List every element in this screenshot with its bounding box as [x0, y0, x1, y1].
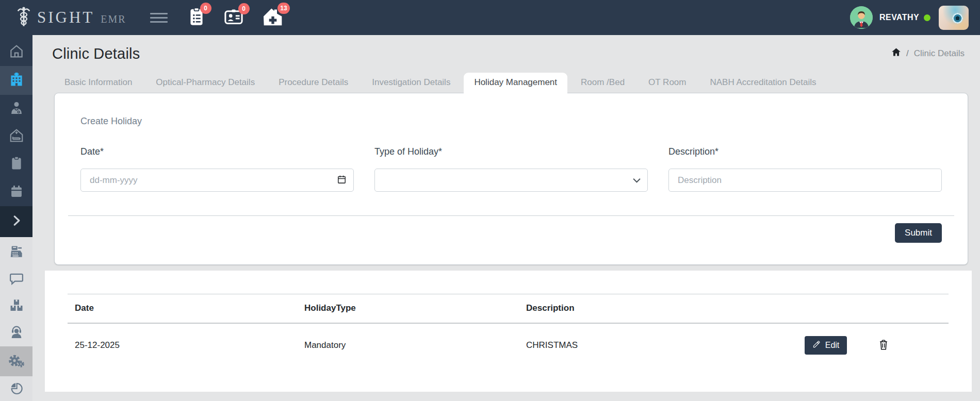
date-label: Date* [80, 146, 354, 157]
tab-ot-room[interactable]: OT Room [638, 73, 696, 93]
gears-icon [8, 352, 25, 371]
tasks-badge: 0 [200, 3, 211, 14]
holiday-date-cell: 25-12-2025 [68, 340, 297, 350]
hamburger-menu-icon[interactable] [150, 10, 168, 25]
tab-basic-information[interactable]: Basic Information [54, 73, 142, 93]
profile-photo[interactable] [939, 6, 969, 30]
date-input[interactable] [80, 169, 354, 192]
section-title: Create Holiday [68, 116, 954, 127]
clipboard-list-icon [188, 19, 205, 27]
tab-bar: Basic Information Optical-Pharmacy Detai… [54, 73, 968, 93]
table-header-row: Date HolidayType Description [68, 294, 949, 324]
sidebar-item-settings[interactable] [0, 346, 32, 376]
pencil-icon [812, 340, 821, 350]
sidebar-item-reports[interactable] [0, 376, 32, 401]
trash-icon [878, 345, 889, 353]
breadcrumb-home-icon[interactable] [891, 47, 901, 59]
delete-button[interactable] [878, 339, 889, 353]
holiday-table-panel: Date HolidayType Description 25-12-2025 … [45, 271, 972, 392]
edit-button[interactable]: Edit [805, 336, 847, 355]
id-card-icon [224, 18, 243, 27]
sidebar-item-inventory[interactable] [0, 293, 32, 320]
column-header-date: Date [68, 303, 297, 313]
hospital-notification-button[interactable]: 13 [263, 7, 283, 28]
doctor-icon [9, 100, 24, 118]
online-status-dot [924, 14, 930, 21]
holiday-type-field-group: Type of Holiday* [374, 146, 648, 192]
clipboard-icon [9, 156, 24, 173]
user-avatar[interactable] [850, 6, 873, 29]
create-holiday-card: Create Holiday Date* Type of Holiday [54, 93, 968, 265]
sidebar-item-messages[interactable] [0, 266, 32, 293]
brand-suffix: EMR [101, 13, 126, 25]
sidebar-item-calendar[interactable] [0, 178, 32, 206]
edit-button-label: Edit [825, 341, 840, 350]
chevron-right-icon [10, 214, 23, 229]
hospital-bed-icon [9, 128, 24, 145]
sidebar-item-home[interactable] [0, 38, 32, 66]
tab-nabh-accreditation-details[interactable]: NABH Accreditation Details [699, 73, 826, 93]
description-input[interactable] [668, 169, 942, 192]
pie-chart-icon [9, 381, 24, 398]
form-divider [68, 215, 954, 216]
home-icon [9, 43, 24, 61]
tab-investigation-details[interactable]: Investigation Details [362, 73, 461, 93]
support-agent-icon [9, 324, 24, 342]
column-header-description: Description [519, 303, 797, 313]
tasks-notification-button[interactable]: 0 [188, 7, 205, 28]
date-field-group: Date* [80, 146, 354, 192]
tab-optical-pharmacy-details[interactable]: Optical-Pharmacy Details [145, 73, 265, 93]
tab-holiday-management[interactable]: Holiday Management [464, 73, 567, 94]
hospital-building-icon [9, 72, 24, 89]
patient-card-badge: 0 [238, 3, 250, 14]
user-name: REVATHY [879, 13, 919, 22]
description-field-group: Description* [668, 146, 942, 192]
sidebar [0, 35, 32, 401]
breadcrumb-current: Clinic Details [914, 48, 965, 59]
table-row: 25-12-2025 Mandatory CHRISTMAS Edit [68, 324, 949, 368]
tab-procedure-details[interactable]: Procedure Details [268, 73, 358, 93]
app-logo[interactable]: SIGHT EMR [15, 6, 126, 29]
top-header: SIGHT EMR 0 [0, 0, 980, 35]
sidebar-item-doctor[interactable] [0, 95, 32, 123]
caduceus-icon [15, 6, 32, 29]
hospital-badge: 13 [277, 3, 289, 14]
breadcrumb: / Clinic Details [891, 47, 965, 59]
column-header-holiday-type: HolidayType [297, 303, 519, 313]
sidebar-item-clipboard[interactable] [0, 151, 32, 178]
description-label: Description* [668, 146, 942, 157]
patient-card-notification-button[interactable]: 0 [224, 8, 243, 27]
holiday-type-select[interactable] [374, 169, 648, 192]
holiday-type-label: Type of Holiday* [374, 146, 648, 157]
page-title: Clinic Details [52, 45, 140, 62]
sidebar-expand-button[interactable] [0, 206, 32, 237]
sidebar-item-support[interactable] [0, 320, 32, 346]
holiday-type-cell: Mandatory [297, 340, 519, 350]
packages-icon [9, 297, 24, 315]
brand-name: SIGHT [37, 8, 94, 27]
sidebar-item-ward[interactable] [0, 123, 32, 151]
sidebar-item-billing[interactable] [0, 239, 32, 266]
calendar-icon [9, 184, 24, 201]
breadcrumb-separator: / [906, 48, 909, 59]
tab-room-bed[interactable]: Room /Bed [570, 73, 635, 93]
submit-button[interactable]: Submit [895, 223, 942, 243]
sidebar-item-clinic[interactable] [0, 66, 32, 95]
hospital-add-icon [263, 19, 283, 28]
holiday-description-cell: CHRISTMAS [519, 340, 797, 350]
chat-icon [9, 271, 24, 288]
cash-register-icon [9, 244, 24, 261]
